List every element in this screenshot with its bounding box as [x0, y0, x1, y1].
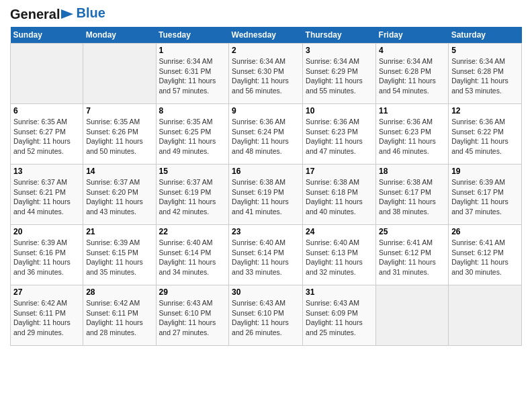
calendar-cell: 14 Sunrise: 6:37 AM Sunset: 6:20 PM Dayl… — [83, 165, 156, 225]
calendar-cell: 13 Sunrise: 6:37 AM Sunset: 6:21 PM Dayl… — [11, 165, 83, 225]
calendar-cell: 8 Sunrise: 6:35 AM Sunset: 6:25 PM Dayli… — [156, 104, 229, 165]
sunrise: Sunrise: 6:34 AM — [451, 57, 505, 65]
day-info: Sunrise: 6:37 AM Sunset: 6:21 PM Dayligh… — [13, 177, 80, 217]
calendar-week-row: 27 Sunrise: 6:42 AM Sunset: 6:11 PM Dayl… — [11, 285, 522, 346]
calendar-week-row: 20 Sunrise: 6:39 AM Sunset: 6:16 PM Dayl… — [11, 225, 522, 285]
day-info: Sunrise: 6:36 AM Sunset: 6:24 PM Dayligh… — [232, 117, 300, 156]
daylight: Daylight: 11 hours and 50 minutes. — [86, 137, 143, 155]
daylight: Daylight: 11 hours and 31 minutes. — [379, 258, 436, 276]
sunrise: Sunrise: 6:34 AM — [379, 57, 433, 65]
sunrise: Sunrise: 6:35 AM — [86, 118, 140, 126]
day-number: 31 — [306, 287, 373, 297]
sunrise: Sunrise: 6:40 AM — [306, 238, 359, 246]
sunset: Sunset: 6:12 PM — [451, 248, 504, 257]
calendar-cell — [83, 44, 156, 104]
sunset: Sunset: 6:20 PM — [86, 188, 138, 196]
day-info: Sunrise: 6:37 AM Sunset: 6:20 PM Dayligh… — [86, 177, 152, 217]
sunset: Sunset: 6:27 PM — [13, 128, 66, 136]
day-info: Sunrise: 6:34 AM Sunset: 6:29 PM Dayligh… — [306, 56, 373, 96]
day-info: Sunrise: 6:34 AM Sunset: 6:28 PM Dayligh… — [379, 56, 445, 96]
daylight: Daylight: 11 hours and 37 minutes. — [451, 197, 508, 216]
sunrise: Sunrise: 6:38 AM — [379, 178, 433, 186]
day-number: 27 — [13, 287, 80, 297]
day-info: Sunrise: 6:39 AM Sunset: 6:15 PM Dayligh… — [86, 238, 152, 277]
sunset: Sunset: 6:21 PM — [13, 188, 66, 196]
calendar-week-row: 1 Sunrise: 6:34 AM Sunset: 6:31 PM Dayli… — [11, 44, 522, 104]
calendar-cell: 21 Sunrise: 6:39 AM Sunset: 6:15 PM Dayl… — [83, 225, 156, 285]
sunset: Sunset: 6:26 PM — [86, 128, 138, 136]
day-number: 24 — [306, 227, 373, 236]
sunrise: Sunrise: 6:39 AM — [13, 238, 67, 246]
calendar-cell: 20 Sunrise: 6:39 AM Sunset: 6:16 PM Dayl… — [11, 225, 83, 285]
daylight: Daylight: 11 hours and 48 minutes. — [232, 137, 289, 155]
daylight: Daylight: 11 hours and 40 minutes. — [306, 197, 363, 216]
day-info: Sunrise: 6:35 AM Sunset: 6:25 PM Dayligh… — [159, 117, 226, 156]
sunrise: Sunrise: 6:34 AM — [159, 57, 213, 65]
calendar-cell: 6 Sunrise: 6:35 AM Sunset: 6:27 PM Dayli… — [11, 104, 83, 165]
day-number: 18 — [379, 167, 445, 176]
day-number: 8 — [159, 106, 226, 116]
sunrise: Sunrise: 6:41 AM — [379, 238, 433, 246]
sunset: Sunset: 6:15 PM — [86, 248, 138, 257]
day-info: Sunrise: 6:43 AM Sunset: 6:10 PM Dayligh… — [232, 298, 300, 338]
day-number: 10 — [306, 106, 373, 116]
calendar-cell: 12 Sunrise: 6:36 AM Sunset: 6:22 PM Dayl… — [449, 104, 522, 165]
daylight: Daylight: 11 hours and 25 minutes. — [306, 318, 363, 336]
day-number: 25 — [379, 227, 445, 236]
daylight: Daylight: 11 hours and 38 minutes. — [379, 197, 436, 216]
svg-marker-0 — [61, 9, 73, 19]
sunset: Sunset: 6:10 PM — [159, 309, 212, 317]
daylight: Daylight: 11 hours and 46 minutes. — [379, 137, 436, 155]
day-info: Sunrise: 6:43 AM Sunset: 6:09 PM Dayligh… — [306, 298, 373, 338]
day-info: Sunrise: 6:35 AM Sunset: 6:27 PM Dayligh… — [13, 117, 80, 156]
daylight: Daylight: 11 hours and 55 minutes. — [306, 77, 363, 95]
day-number: 16 — [232, 167, 300, 176]
calendar-cell: 19 Sunrise: 6:39 AM Sunset: 6:17 PM Dayl… — [449, 165, 522, 225]
day-of-week-header: Monday — [83, 27, 156, 44]
daylight: Daylight: 11 hours and 35 minutes. — [86, 258, 143, 276]
day-number: 7 — [86, 106, 152, 116]
day-number: 20 — [13, 227, 80, 236]
daylight: Daylight: 11 hours and 53 minutes. — [451, 77, 508, 95]
sunset: Sunset: 6:10 PM — [232, 309, 284, 317]
day-of-week-header: Thursday — [303, 27, 376, 44]
daylight: Daylight: 11 hours and 36 minutes. — [13, 258, 71, 276]
day-info: Sunrise: 6:38 AM Sunset: 6:18 PM Dayligh… — [306, 177, 373, 217]
daylight: Daylight: 11 hours and 41 minutes. — [232, 197, 289, 216]
daylight: Daylight: 11 hours and 47 minutes. — [306, 137, 363, 155]
daylight: Daylight: 11 hours and 44 minutes. — [13, 197, 71, 216]
calendar-cell: 17 Sunrise: 6:38 AM Sunset: 6:18 PM Dayl… — [303, 165, 376, 225]
calendar-cell: 31 Sunrise: 6:43 AM Sunset: 6:09 PM Dayl… — [303, 285, 376, 346]
day-number: 15 — [159, 167, 226, 176]
day-number: 29 — [159, 287, 226, 297]
sunrise: Sunrise: 6:36 AM — [306, 118, 359, 126]
sunset: Sunset: 6:28 PM — [379, 67, 431, 75]
day-info: Sunrise: 6:36 AM Sunset: 6:22 PM Dayligh… — [451, 117, 519, 156]
sunset: Sunset: 6:14 PM — [232, 248, 284, 257]
calendar-header-row: SundayMondayTuesdayWednesdayThursdayFrid… — [11, 27, 522, 44]
day-number: 12 — [451, 106, 519, 116]
day-info: Sunrise: 6:38 AM Sunset: 6:19 PM Dayligh… — [232, 177, 300, 217]
calendar-cell: 7 Sunrise: 6:35 AM Sunset: 6:26 PM Dayli… — [83, 104, 156, 165]
daylight: Daylight: 11 hours and 42 minutes. — [159, 197, 216, 216]
calendar-cell: 4 Sunrise: 6:34 AM Sunset: 6:28 PM Dayli… — [376, 44, 449, 104]
logo-container: General — [10, 7, 73, 21]
sunset: Sunset: 6:28 PM — [451, 67, 504, 75]
sunrise: Sunrise: 6:43 AM — [306, 299, 359, 307]
calendar-cell: 2 Sunrise: 6:34 AM Sunset: 6:30 PM Dayli… — [229, 44, 303, 104]
day-number: 4 — [379, 46, 445, 55]
sunset: Sunset: 6:14 PM — [159, 248, 212, 257]
day-info: Sunrise: 6:43 AM Sunset: 6:10 PM Dayligh… — [159, 298, 226, 338]
sunrise: Sunrise: 6:37 AM — [159, 178, 213, 186]
sunset: Sunset: 6:16 PM — [13, 248, 66, 257]
calendar-cell: 25 Sunrise: 6:41 AM Sunset: 6:12 PM Dayl… — [376, 225, 449, 285]
day-number: 30 — [232, 287, 300, 297]
day-info: Sunrise: 6:34 AM Sunset: 6:31 PM Dayligh… — [159, 56, 226, 96]
daylight: Daylight: 11 hours and 56 minutes. — [232, 77, 289, 95]
sunrise: Sunrise: 6:34 AM — [306, 57, 359, 65]
day-info: Sunrise: 6:41 AM Sunset: 6:12 PM Dayligh… — [379, 238, 445, 277]
day-info: Sunrise: 6:40 AM Sunset: 6:14 PM Dayligh… — [159, 238, 226, 277]
daylight: Daylight: 11 hours and 27 minutes. — [159, 318, 216, 336]
sunrise: Sunrise: 6:39 AM — [86, 238, 140, 246]
daylight: Daylight: 11 hours and 45 minutes. — [451, 137, 508, 155]
